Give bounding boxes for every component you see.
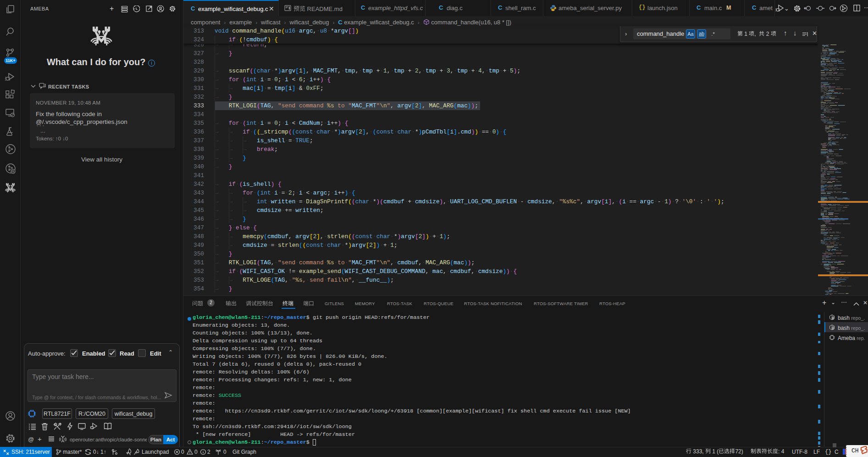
svg-text:$: $ — [832, 317, 834, 319]
svg-text:$: $ — [832, 327, 834, 329]
